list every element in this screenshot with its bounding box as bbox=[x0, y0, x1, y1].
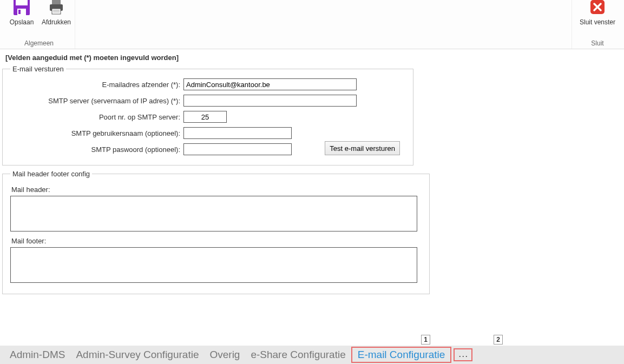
mail-header-label: Mail header: bbox=[11, 186, 422, 194]
ribbon-group-left-label: Algemeen bbox=[8, 39, 70, 49]
close-label: Sluit venster bbox=[580, 18, 615, 26]
close-window-button[interactable]: Sluit venster bbox=[576, 0, 619, 39]
svg-rect-3 bbox=[18, 10, 21, 14]
tab-eshare[interactable]: e-Share Configuratie bbox=[245, 348, 351, 362]
sender-label: E-mailadres afzender (*): bbox=[10, 81, 183, 89]
fieldset-email-send: E-mail versturen E-mailadres afzender (*… bbox=[2, 65, 413, 166]
save-icon bbox=[12, 0, 31, 18]
annotation-callout-2: 2 bbox=[494, 335, 503, 345]
smtp-pass-input[interactable] bbox=[183, 143, 292, 155]
required-fields-hint: [Velden aangeduid met (*) moeten ingevul… bbox=[2, 51, 622, 64]
close-icon bbox=[589, 0, 606, 18]
save-button[interactable]: Opslaan bbox=[8, 0, 36, 39]
ribbon-group-algemeen: Opslaan Afdrukken Algemeen bbox=[3, 0, 75, 49]
app-window: Opslaan Afdrukken Algemeen bbox=[0, 0, 624, 364]
mail-footer-label: Mail footer: bbox=[11, 237, 422, 245]
ribbon-group-sluit: Sluit venster Sluit bbox=[572, 0, 621, 49]
port-label: Poort nr. op SMTP server: bbox=[10, 113, 183, 121]
port-input[interactable] bbox=[183, 111, 227, 123]
tab-admin-dms[interactable]: Admin-DMS bbox=[4, 348, 70, 362]
ribbon: Opslaan Afdrukken Algemeen bbox=[0, 0, 624, 49]
save-label: Opslaan bbox=[10, 18, 34, 26]
smtp-user-input[interactable] bbox=[183, 127, 292, 139]
annotation-callout-1: 1 bbox=[421, 335, 430, 345]
email-send-legend: E-mail versturen bbox=[10, 65, 66, 73]
smtp-user-label: SMTP gebruikersnaam (optioneel): bbox=[10, 129, 183, 137]
svg-rect-5 bbox=[52, 0, 61, 4]
ribbon-group-right-label: Sluit bbox=[576, 39, 619, 49]
tab-admin-survey[interactable]: Admin-Survey Configuratie bbox=[70, 348, 204, 362]
print-button[interactable]: Afdrukken bbox=[42, 0, 70, 39]
tab-overig[interactable]: Overig bbox=[204, 348, 245, 362]
fieldset-mail-header-footer: Mail header footer config Mail header: M… bbox=[2, 170, 430, 294]
smtp-server-input[interactable] bbox=[183, 95, 357, 107]
mail-footer-textarea[interactable] bbox=[10, 247, 417, 283]
tab-email-config[interactable]: E-mail Configuratie bbox=[351, 347, 452, 363]
test-email-button[interactable]: Test e-mail versturen bbox=[325, 141, 400, 155]
content-area: [Velden aangeduid met (*) moeten ingevul… bbox=[0, 49, 624, 364]
smtp-pass-label: SMTP paswoord (optioneel): bbox=[10, 145, 183, 154]
mail-header-textarea[interactable] bbox=[10, 196, 417, 231]
sender-input[interactable] bbox=[183, 78, 357, 90]
smtp-server-label: SMTP server (servernaam of IP adres) (*)… bbox=[10, 97, 183, 105]
svg-rect-6 bbox=[52, 9, 61, 14]
bottom-tab-bar: Admin-DMS Admin-Survey Configuratie Over… bbox=[0, 346, 624, 364]
tab-more-button[interactable]: … bbox=[454, 348, 472, 361]
mail-config-legend: Mail header footer config bbox=[10, 170, 92, 178]
print-label: Afdrukken bbox=[42, 18, 71, 26]
svg-rect-1 bbox=[16, 0, 28, 5]
print-icon bbox=[47, 0, 65, 18]
